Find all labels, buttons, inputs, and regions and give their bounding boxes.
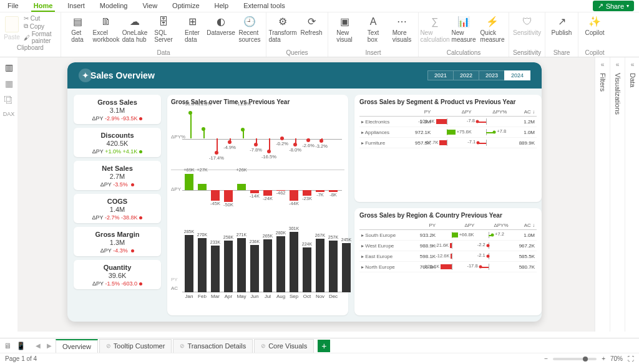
share-button[interactable]: Share (593, 1, 634, 11)
refresh-icon: ⟳ (305, 15, 318, 29)
ribbon-dataverse[interactable]: ◐Dataverse (208, 14, 233, 37)
visualizations-pane[interactable]: Visualizations (610, 57, 625, 332)
paste-button[interactable]: Paste (2, 15, 21, 42)
variance-bar: -24K (263, 173, 272, 216)
page-tab-transaction-details[interactable]: ⊘Transaction Details (173, 339, 253, 353)
ribbon-onelake-data-hub[interactable]: ☁OneLakedata hub (122, 14, 147, 44)
report-canvas[interactable]: ✦ Sales Overview 2021202220232024 Gross … (17, 57, 594, 332)
mobile-layout-icon[interactable]: 📱 (16, 342, 26, 350)
kpi-net-sales[interactable]: Net Sales2.7MΔPY -3.5% (74, 161, 161, 190)
cut-button[interactable]: ✂ Cut (24, 15, 58, 22)
lollipop-point: -3.2% (316, 107, 327, 170)
ribbon-copilot[interactable]: ✨Copilot (582, 14, 607, 37)
copy-button[interactable]: ⧉ Copy (24, 22, 58, 30)
zoom-slider[interactable] (553, 358, 597, 360)
region-table[interactable]: PYΔPYΔPY%AC ↓▸ South Europe933.2K+66.8K+… (359, 221, 537, 272)
variance-bar: +26K (237, 173, 246, 216)
report-header: ✦ Sales Overview 2021202220232024 (67, 62, 542, 89)
kpi-discounts[interactable]: Discounts420.5KΔPY +1.0% +4.1K (74, 128, 161, 157)
zoom-level: 70% (610, 355, 623, 362)
ribbon: Paste ✂ Cut ⧉ Copy 🖌 Format painter Clip… (0, 12, 639, 57)
menu-items: FileHomeInsertModelingViewOptimizeHelpEx… (5, 1, 288, 12)
ribbon-text-box[interactable]: ATextbox (361, 14, 386, 44)
right-panes: Filters Visualizations Data (594, 57, 639, 332)
data-pane[interactable]: Data (625, 57, 639, 332)
segment-panel: Gross Sales by Segment & Product vs Prev… (354, 95, 542, 202)
ribbon-transform-data[interactable]: ⚙Transformdata (270, 14, 295, 44)
kpi-gross-sales[interactable]: Gross Sales3.1MΔPY -2.9% -93.5K (74, 95, 161, 124)
menu-external-tools[interactable]: External tools (241, 1, 288, 12)
column-chart[interactable]: AC PY 285KJan270KFeb233KMar258KApr271KMa… (171, 219, 344, 300)
format-painter-button[interactable]: 🖌 Format painter (24, 31, 58, 44)
menu-help[interactable]: Help (212, 1, 232, 12)
model-view-icon[interactable]: ⿻ (4, 95, 13, 105)
variance-bar-chart[interactable]: ΔPY +69K+27K-45K-50K+26K-14K-24K-462-44K… (171, 173, 344, 216)
year-2021[interactable]: 2021 (427, 70, 453, 80)
table-row[interactable]: ▸ Electronics1.3M-101.4K-7.81.2M (359, 117, 537, 127)
ribbon-new-measure[interactable]: 📊Newmeasure (451, 14, 476, 44)
table-row[interactable]: ▸ West Europe988.9K-21.6K-2.2967.2K (359, 241, 537, 251)
zoom-in-button[interactable]: + (602, 355, 605, 362)
prev-page-button[interactable]: ◀ (36, 342, 41, 349)
kpi-quantity[interactable]: Quantity39.6KΔPY -1.5% -603.0 (74, 260, 161, 289)
next-page-button[interactable]: ▶ (47, 342, 52, 349)
data-view-icon[interactable]: ▦ (5, 79, 13, 89)
lollipop-point: -17.4% (211, 107, 222, 170)
sensitivity-icon: 🛡 (520, 15, 534, 29)
report-view-icon[interactable]: ▥ (5, 62, 13, 72)
ribbon-get-data[interactable]: ▤Getdata (65, 14, 90, 44)
ribbon-refresh[interactable]: ⟳Refresh (299, 14, 324, 37)
ribbon-group-calculations: ∑Newcalculation📊Newmeasure⚡QuickmeasureC… (419, 12, 509, 57)
year-2022[interactable]: 2022 (453, 70, 479, 80)
table-row[interactable]: ▸ North Europe706.8K-126.1K-17.8580.7K (359, 262, 537, 272)
segment-table[interactable]: PYΔPYΔPY%AC ↓▸ Electronics1.3M-101.4K-7.… (359, 108, 537, 148)
page-tab-core-visuals[interactable]: ⊘Core Visuals (254, 339, 314, 353)
panel-title: Gross Sales by Region & Country Previous… (359, 212, 537, 219)
column-bar: 285KJan (185, 235, 193, 292)
lollipop-point: -16.5% (263, 107, 275, 170)
ribbon-new-calculation[interactable]: ∑Newcalculation (422, 14, 447, 44)
table-row[interactable]: ▸ Furniture957.5K-67.7K-7.1889.9K (359, 138, 537, 148)
page-tab-tooltip-customer[interactable]: ⊘Tooltip Customer (99, 339, 172, 353)
year-slicer[interactable]: 2021202220232024 (427, 70, 530, 80)
hidden-icon: ⊘ (180, 343, 185, 349)
menu-optimize[interactable]: Optimize (170, 1, 202, 12)
region-panel: Gross Sales by Region & Country Previous… (354, 208, 542, 315)
table-row[interactable]: ▸ Appliances972.1K+75.6K+7.81.0M (359, 127, 537, 138)
menu-file[interactable]: File (5, 1, 21, 12)
ribbon-publish[interactable]: ↗Publish (549, 14, 574, 37)
menu-view[interactable]: View (140, 1, 160, 12)
hidden-icon: ⊘ (261, 343, 266, 349)
menu-insert[interactable]: Insert (65, 1, 87, 12)
copilot-icon: ✨ (588, 15, 602, 29)
ribbon-label: Clipboard (17, 44, 44, 52)
table-row[interactable]: ▸ East Europe598.1K-12.6K-2.1585.5K (359, 251, 537, 262)
fit-page-button[interactable]: ⛶ (628, 355, 634, 362)
filters-pane[interactable]: Filters (595, 57, 610, 332)
onelake-data-hub-icon: ☁ (128, 15, 142, 29)
ribbon-recent-sources[interactable]: 🕘Recentsources (237, 14, 262, 44)
lollipop-point: -4.9% (224, 107, 235, 170)
ribbon-quick-measure[interactable]: ⚡Quickmeasure (480, 14, 505, 44)
add-page-button[interactable]: + (318, 340, 330, 352)
kpi-gross-margin[interactable]: Gross Margin1.3MΔPY -4.3% (74, 227, 161, 256)
table-row[interactable]: ▸ South Europe933.2K+66.8K+7.21.0M (359, 230, 537, 241)
get-data-icon: ▤ (71, 15, 84, 29)
zoom-out-button[interactable]: − (544, 355, 548, 362)
menu-home[interactable]: Home (31, 1, 56, 12)
page-tab-overview[interactable]: Overview (56, 339, 98, 353)
ribbon-enter-data[interactable]: ⊞Enterdata (180, 14, 205, 44)
year-2024[interactable]: 2024 (504, 70, 530, 80)
lollipop-chart[interactable]: ΔPY% +31.8%+11.3%-17.4%-4.9%+11.0%-7.8%-… (171, 108, 344, 170)
dax-view-icon[interactable]: DAX (3, 111, 15, 117)
ribbon-more-visuals[interactable]: ⋯Morevisuals (389, 14, 414, 44)
year-2023[interactable]: 2023 (479, 70, 504, 80)
kpi-cogs[interactable]: COGS1.4MΔPY -2.7% -38.8K (74, 194, 161, 223)
desktop-layout-icon[interactable]: 🖥 (4, 342, 11, 350)
ribbon-sensitivity[interactable]: 🛡Sensitivity (515, 14, 540, 37)
ribbon-new-visual[interactable]: ▣Newvisual (332, 14, 357, 44)
menu-modeling[interactable]: Modeling (97, 1, 130, 12)
ribbon-sql-server[interactable]: 🗄SQLServer (151, 14, 176, 44)
ribbon-excel-workbook[interactable]: 🗎Excelworkbook (94, 14, 119, 44)
variance-bar: -7K (316, 173, 324, 216)
